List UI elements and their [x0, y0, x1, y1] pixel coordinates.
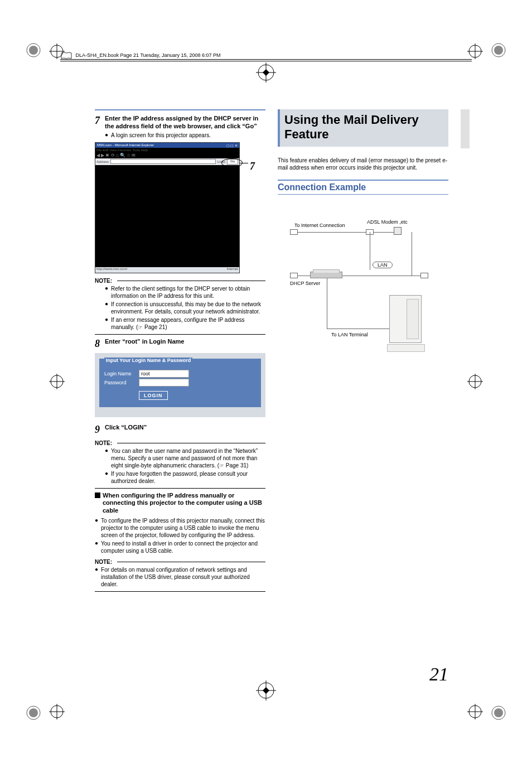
- window-controls-icon: ▢ ▢ ✕: [226, 143, 238, 147]
- step-title: Enter “root” in Login Name: [105, 338, 265, 346]
- diagram-label-dhcp: DHCP Server: [290, 281, 320, 286]
- login-panel: Input Your Login Name & Password Login N…: [95, 353, 265, 417]
- login-name-label: Login Name: [104, 371, 139, 376]
- note-heading: NOTE:: [95, 278, 265, 284]
- header-text: DLA-SH4_EN.book Page 21 Tuesday, January…: [76, 52, 221, 58]
- center-mark-icon: [256, 62, 276, 83]
- crop-mark-icon: [25, 42, 42, 59]
- step-title: Enter the IP address assigned by the DHC…: [105, 115, 265, 131]
- projector-base: [387, 344, 425, 352]
- login-button[interactable]: LOGIN: [139, 391, 168, 400]
- diagram-label-lan: LAN: [373, 262, 393, 268]
- note-item: ●Refer to the client settings for the DH…: [105, 285, 265, 300]
- projector-icon: [389, 295, 422, 343]
- diagram-line: [370, 232, 370, 270]
- page-number: 21: [429, 664, 448, 685]
- note-item: ●You can alter the user name and passwor…: [105, 447, 265, 469]
- step-number: 9: [95, 424, 105, 436]
- diagram-line: [298, 232, 366, 233]
- callout-number: 7: [250, 161, 255, 172]
- diagram-line: [327, 278, 327, 329]
- note-item: ●For details on manual configuration of …: [95, 566, 265, 588]
- diagram-line: [412, 232, 412, 276]
- browser-titlebar: MSN.com - Microsoft Internet Explorer ▢ …: [95, 143, 239, 148]
- step-sub: ●A login screen for this projector appea…: [105, 132, 265, 139]
- square-bullet-icon: [95, 492, 100, 498]
- diagram-line: [374, 232, 394, 233]
- step-number: 7: [95, 115, 105, 131]
- modem-icon: [394, 227, 402, 235]
- step-title: Click “LOGIN”: [105, 424, 265, 432]
- list-item: ●To configure the IP address of this pro…: [95, 517, 265, 539]
- step-8: 8 Enter “root” in Login Name: [95, 338, 265, 350]
- browser-screenshot: MSN.com - Microsoft Internet Explorer ▢ …: [95, 142, 240, 273]
- feature-title: Using the Mail Delivery Feature: [284, 113, 444, 142]
- login-name-input[interactable]: [139, 370, 189, 378]
- note-item: ●If you have forgotten the password, ple…: [105, 470, 265, 485]
- feature-description: This feature enables delivery of mail (e…: [278, 157, 448, 172]
- diagram-label-adsl: ADSL Modem ,etc: [367, 219, 408, 225]
- crop-mark-icon: [490, 42, 507, 59]
- section-heading: Connection Example: [278, 180, 448, 195]
- crop-mark-icon: [25, 704, 42, 721]
- diagram-line: [298, 276, 310, 276]
- crop-mark-icon: [490, 704, 507, 721]
- browser-statusbar: http://www.msn.com/ Internet: [95, 267, 239, 273]
- book-icon: [60, 52, 72, 60]
- header-rule: [60, 59, 472, 60]
- feature-title-banner: Using the Mail Delivery Feature: [278, 109, 448, 147]
- connection-diagram: To Internet Connection ADSL Modem ,etc L…: [278, 223, 448, 373]
- diagram-label-lanterm: To LAN Terminal: [331, 332, 368, 337]
- side-tab: [461, 109, 470, 148]
- switch-icon: [310, 272, 342, 278]
- browser-toolbar: ◀ ▶ ✖ ⟳ ⌂ 🔍 ☆ ✉: [95, 152, 239, 158]
- server-icon: [290, 273, 298, 278]
- note-heading: NOTE:: [95, 559, 265, 565]
- registration-mark-icon: [467, 374, 483, 389]
- callout-line: [239, 163, 248, 163]
- note-item: ●If connection is unsuccessful, this may…: [105, 301, 265, 315]
- address-label: Address: [96, 160, 109, 163]
- note-heading: NOTE:: [95, 440, 265, 446]
- internet-icon: [290, 229, 298, 235]
- svg-point-7: [494, 708, 503, 717]
- nav-icons: ◀ ▶ ✖ ⟳ ⌂ 🔍 ☆ ✉: [96, 153, 136, 158]
- diagram-label-internet: To Internet Connection: [294, 223, 345, 228]
- diagram-line: [327, 329, 389, 329]
- browser-menubar: File Edit View Favorites Tools Help: [95, 148, 239, 152]
- registration-mark-icon: [49, 374, 65, 389]
- step-7: 7 Enter the IP address assigned by the D…: [95, 115, 265, 131]
- login-legend: Input Your Login Name & Password: [104, 358, 192, 363]
- registration-mark-icon: [467, 704, 483, 719]
- password-input[interactable]: [139, 379, 189, 387]
- registration-mark-icon: [49, 704, 65, 719]
- diagram-line: [412, 276, 420, 276]
- svg-point-5: [29, 708, 38, 717]
- svg-point-1: [29, 46, 38, 55]
- subsection-heading: When configuring the IP address manually…: [95, 492, 265, 515]
- pc-icon: [420, 273, 428, 278]
- svg-point-3: [494, 46, 503, 55]
- note-item: ●If an error message appears, configure …: [105, 316, 265, 331]
- address-input[interactable]: [110, 159, 216, 164]
- list-item: ●You need to install a driver in order t…: [95, 540, 265, 554]
- diagram-line: [342, 276, 370, 276]
- page-header: DLA-SH4_EN.book Page 21 Tuesday, January…: [60, 52, 472, 61]
- password-label: Password: [104, 380, 139, 385]
- step-number: 8: [95, 338, 105, 350]
- step-9: 9 Click “LOGIN”: [95, 424, 265, 436]
- diagram-line: [370, 276, 412, 276]
